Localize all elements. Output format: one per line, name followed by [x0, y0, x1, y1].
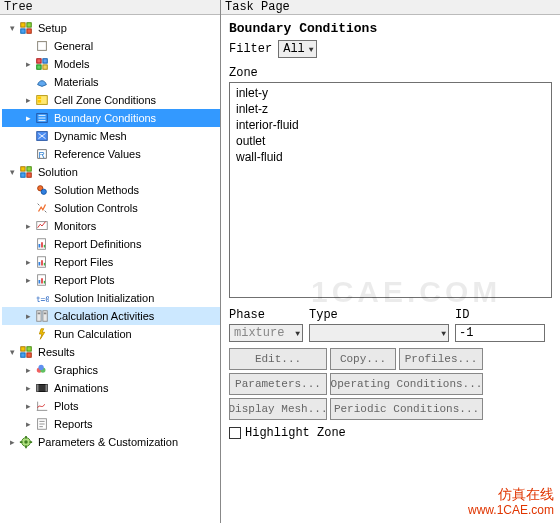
svg-point-19: [41, 189, 46, 194]
chevron-down-icon: ▼: [295, 329, 300, 338]
expand-icon[interactable]: ▸: [22, 59, 34, 69]
tree-item-report-files[interactable]: ▸Report Files: [2, 253, 220, 271]
tree-item-general[interactable]: General: [2, 37, 220, 55]
zone-item[interactable]: interior-fluid: [234, 117, 547, 133]
zone-item[interactable]: wall-fluid: [234, 149, 547, 165]
tree-item-solution-methods[interactable]: Solution Methods: [2, 181, 220, 199]
operating-conditions-button[interactable]: Operating Conditions...: [330, 373, 483, 395]
tree-item-report-plots[interactable]: ▸Report Plots: [2, 271, 220, 289]
anim-icon: [34, 380, 50, 396]
tree-item-parameters-customization[interactable]: ▸Parameters & Customization: [2, 433, 220, 451]
type-dropdown[interactable]: ▼: [309, 324, 449, 342]
chevron-down-icon: ▼: [309, 45, 314, 54]
parameters-button[interactable]: Parameters...: [229, 373, 327, 395]
tree-item-label: Results: [38, 346, 218, 358]
tree-title: Tree: [0, 0, 220, 15]
svg-rect-40: [21, 353, 25, 357]
zone-item[interactable]: inlet-z: [234, 101, 547, 117]
tree-item-label: Dynamic Mesh: [54, 130, 218, 142]
general-icon: [34, 38, 50, 54]
expand-icon[interactable]: ▸: [22, 95, 34, 105]
svg-rect-14: [21, 167, 25, 171]
tree-item-label: Solution: [38, 166, 218, 178]
svg-rect-34: [37, 311, 41, 322]
expand-icon[interactable]: ▸: [22, 113, 34, 123]
zone-item[interactable]: inlet-y: [234, 85, 547, 101]
tree-item-graphics[interactable]: ▸Graphics: [2, 361, 220, 379]
periodic-conditions-button[interactable]: Periodic Conditions...: [330, 398, 483, 420]
task-page-title: Task Page: [221, 0, 560, 15]
repplots-icon: [34, 272, 50, 288]
tree-item-models[interactable]: ▸Models: [2, 55, 220, 73]
zone-item[interactable]: outlet: [234, 133, 547, 149]
section-title: Boundary Conditions: [229, 21, 552, 36]
tree-item-label: General: [54, 40, 218, 52]
expand-icon[interactable]: ▸: [6, 437, 18, 447]
tree-item-solution-controls[interactable]: Solution Controls: [2, 199, 220, 217]
expand-icon[interactable]: ▸: [22, 419, 34, 429]
tree-item-animations[interactable]: ▸Animations: [2, 379, 220, 397]
highlight-zone-checkbox[interactable]: [229, 427, 241, 439]
repdef-icon: [34, 236, 50, 252]
edit-button[interactable]: Edit...: [229, 348, 327, 370]
tree-item-monitors[interactable]: ▸Monitors: [2, 217, 220, 235]
expand-icon[interactable]: ▸: [22, 221, 34, 231]
svg-rect-17: [27, 173, 31, 177]
expand-icon[interactable]: ▸: [22, 383, 34, 393]
tree-item-run-calculation[interactable]: Run Calculation: [2, 325, 220, 343]
tree-item-reference-values[interactable]: RReference Values: [2, 145, 220, 163]
tree-item-calculation-activities[interactable]: ▸Calculation Activities: [2, 307, 220, 325]
collapse-icon[interactable]: ▾: [6, 23, 18, 33]
svg-rect-3: [27, 29, 31, 33]
tree-item-plots[interactable]: ▸Plots: [2, 397, 220, 415]
tree-item-materials[interactable]: Materials: [2, 73, 220, 91]
tree-item-label: Solution Controls: [54, 202, 218, 214]
filter-dropdown[interactable]: All ▼: [278, 40, 316, 58]
expand-icon[interactable]: ▸: [22, 257, 34, 267]
display-mesh-button[interactable]: Display Mesh...: [229, 398, 327, 420]
svg-rect-5: [43, 59, 47, 63]
tree-item-report-definitions[interactable]: Report Definitions: [2, 235, 220, 253]
tree-item-boundary-conditions[interactable]: ▸Boundary Conditions: [2, 109, 220, 127]
tree-item-label: Report Files: [54, 256, 218, 268]
svg-rect-35: [43, 311, 47, 322]
svg-rect-16: [21, 173, 25, 177]
tree-item-results[interactable]: ▾Results: [2, 343, 220, 361]
solctrl-icon: [34, 200, 50, 216]
repfiles-icon: [34, 254, 50, 270]
tree[interactable]: ▾SetupGeneral▸ModelsMaterials▸Cell Zone …: [0, 15, 220, 523]
tree-item-solution[interactable]: ▾Solution: [2, 163, 220, 181]
tree-item-reports[interactable]: ▸Reports: [2, 415, 220, 433]
collapse-icon[interactable]: ▾: [6, 167, 18, 177]
collapse-icon[interactable]: ▾: [6, 347, 18, 357]
copy-button[interactable]: Copy...: [330, 348, 396, 370]
expand-icon[interactable]: ▸: [22, 275, 34, 285]
tree-item-label: Reference Values: [54, 148, 218, 160]
expand-icon[interactable]: ▸: [22, 401, 34, 411]
reports-icon: [34, 416, 50, 432]
tree-item-dynamic-mesh[interactable]: Dynamic Mesh: [2, 127, 220, 145]
tree-item-label: Models: [54, 58, 218, 70]
tree-item-label: Report Definitions: [54, 238, 218, 250]
profiles-button[interactable]: Profiles...: [399, 348, 483, 370]
models-icon: [34, 56, 50, 72]
svg-rect-41: [27, 353, 31, 357]
tree-item-setup[interactable]: ▾Setup: [2, 19, 220, 37]
task-panel: Task Page Boundary Conditions Filter All…: [221, 0, 560, 523]
svg-rect-23: [41, 242, 43, 247]
monitors-icon: [34, 218, 50, 234]
tree-item-solution-initialization[interactable]: t=0Solution Initialization: [2, 289, 220, 307]
expand-icon[interactable]: ▸: [22, 365, 34, 375]
svg-rect-46: [37, 385, 39, 392]
tree-item-label: Animations: [54, 382, 218, 394]
tree-item-label: Parameters & Customization: [38, 436, 218, 448]
type-label: Type: [309, 308, 449, 322]
tree-item-cell-zone-conditions[interactable]: ▸Cell Zone Conditions: [2, 91, 220, 109]
phase-label: Phase: [229, 308, 303, 322]
svg-rect-7: [43, 65, 47, 69]
expand-icon[interactable]: ▸: [22, 311, 34, 321]
zone-listbox[interactable]: inlet-yinlet-zinterior-fluidoutletwall-f…: [229, 82, 552, 298]
phase-dropdown[interactable]: mixture ▼: [229, 324, 303, 342]
id-input[interactable]: [455, 324, 545, 342]
svg-rect-30: [39, 280, 41, 284]
